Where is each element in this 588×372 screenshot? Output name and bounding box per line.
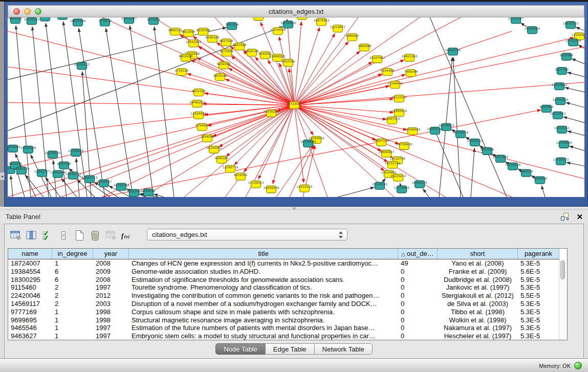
column-header-title[interactable]: title <box>129 249 398 259</box>
graph-node[interactable]: 15956459 <box>264 186 279 193</box>
table-vertical-scrollbar[interactable] <box>559 259 567 340</box>
graph-node[interactable]: 8613024 <box>252 17 266 20</box>
graph-node[interactable]: 8454749 <box>245 49 259 56</box>
graph-node[interactable]: 9242848 <box>217 62 231 69</box>
tab-edge-table[interactable]: Edge Table <box>265 343 315 355</box>
table-row[interactable]: 1938455462009Genome-wide association stu… <box>8 268 567 276</box>
graph-node[interactable]: 16210643 <box>550 112 566 119</box>
graph-node[interactable]: 12923445 <box>126 189 142 196</box>
graph-node[interactable]: 9175685 <box>220 49 234 56</box>
graph-node[interactable]: 15693251 <box>554 126 570 133</box>
column-header-year[interactable]: year <box>93 249 129 259</box>
split-divider[interactable] <box>0 207 588 210</box>
function-builder-button[interactable]: f (x) <box>121 229 133 242</box>
graph-node[interactable]: 12412416 <box>297 185 313 192</box>
column-header-short[interactable]: short <box>438 249 518 259</box>
row-height-button[interactable] <box>57 229 70 242</box>
delete-columns-button[interactable] <box>89 229 101 242</box>
graph-node[interactable]: 9397588 <box>57 162 71 169</box>
graph-node[interactable]: 2803144 <box>213 74 227 81</box>
network-graph[interactable]: 1872400798601238912954822605810543392818… <box>8 17 584 197</box>
graph-node[interactable]: 11106523 <box>248 181 264 188</box>
graph-node[interactable]: 8622058 <box>38 17 52 21</box>
graph-node[interactable]: 9546320 <box>215 156 229 163</box>
graph-node[interactable]: 7485084 <box>404 70 418 77</box>
graph-node[interactable]: 15892509 <box>20 146 36 153</box>
graph-node[interactable]: 10553287 <box>121 17 137 24</box>
show-columns-button[interactable] <box>26 229 38 242</box>
tab-node-table[interactable]: Node Table <box>215 343 266 355</box>
table-row[interactable]: 969969511998Structural magnetic resonanc… <box>8 316 567 324</box>
table-row[interactable]: 946362711997Embryonic stem cells: a mode… <box>8 332 567 340</box>
graph-node[interactable]: 21247447 <box>508 17 524 24</box>
graph-node[interactable]: 9227343 <box>555 68 569 75</box>
graph-node[interactable]: 16402131 <box>412 181 428 188</box>
graph-node[interactable]: 9322034 <box>281 59 295 67</box>
graph-node[interactable]: 16354382 <box>206 146 222 153</box>
column-header-in_degree[interactable]: in_degree <box>52 249 93 259</box>
table-selector-dropdown[interactable]: citations_edges.txt <box>147 229 347 240</box>
graph-node[interactable]: 13942757 <box>34 169 50 177</box>
graph-node[interactable]: 15888520 <box>270 54 286 61</box>
graph-node[interactable]: 17334266 <box>394 186 410 193</box>
graph-node[interactable]: 7485083 <box>345 34 359 41</box>
graph-node[interactable]: 9872166 <box>295 17 309 19</box>
graph-node[interactable]: 7739547 <box>98 19 112 26</box>
panel-collapse-handle[interactable]: ◂ <box>0 172 5 181</box>
table-row[interactable]: 1456911722003Disruption of a novel membe… <box>8 300 567 308</box>
graph-node[interactable]: 9754824 <box>195 123 209 130</box>
graph-node[interactable]: 12595779 <box>223 165 238 172</box>
graph-node[interactable]: 9827508 <box>220 39 233 46</box>
graph-node[interactable]: 12444159 <box>553 98 569 105</box>
network-canvas[interactable]: 1872400798601238912954822605810543392818… <box>8 17 584 197</box>
graph-node[interactable]: 19756928 <box>397 142 412 149</box>
graph-node[interactable]: 20206576 <box>45 151 61 158</box>
graph-node[interactable]: 9860123 <box>168 28 182 35</box>
scrollbar-thumb[interactable] <box>560 260 565 279</box>
tab-network-table[interactable]: Network Table <box>314 343 373 355</box>
graph-node[interactable]: 8215953 <box>540 105 554 113</box>
graph-node[interactable]: 18360416 <box>391 109 407 116</box>
table-row[interactable]: 2242004622012Investigating the contribut… <box>8 292 567 300</box>
graph-node[interactable]: 9405515 <box>9 17 23 24</box>
graph-node[interactable]: 15136141 <box>372 182 388 189</box>
graph-node[interactable]: 15056512 <box>467 139 483 146</box>
column-header-name[interactable]: name <box>8 249 52 259</box>
graph-node[interactable]: 9329966 <box>560 53 574 60</box>
graph-node[interactable]: 10647894 <box>70 19 86 26</box>
graph-node[interactable]: 8186328 <box>206 35 220 42</box>
graph-node[interactable]: 15497323 <box>384 117 400 124</box>
graph-node[interactable]: 8014093 <box>234 173 248 180</box>
graph-node[interactable]: 10495203 <box>189 100 205 107</box>
graph-node[interactable]: 7944874 <box>533 177 547 184</box>
graph-node[interactable]: 7957224 <box>225 23 239 30</box>
column-header-pagerank[interactable]: pagerank <box>518 249 559 259</box>
graph-node[interactable]: 12219877 <box>330 25 346 32</box>
graph-node[interactable]: 16958107 <box>96 180 112 187</box>
graph-node[interactable]: 7854049 <box>201 135 214 142</box>
graph-node[interactable]: 10421368 <box>402 54 418 61</box>
graph-node[interactable]: 10167487 <box>369 56 385 63</box>
new-column-button[interactable] <box>73 229 85 242</box>
graph-node[interactable]: 9245012 <box>142 189 156 196</box>
table-row[interactable]: 911546021997Tourette syndrome. Phenomeno… <box>8 283 567 292</box>
graph-node[interactable]: 2718120 <box>175 69 189 76</box>
graph-node[interactable]: 16122160 <box>391 95 407 102</box>
table-row[interactable]: 1830029562008Estimation of significance … <box>8 276 567 284</box>
graph-node[interactable]: 8918298 <box>179 54 193 61</box>
table-row[interactable]: 1872400712008Changes of HCN gene express… <box>8 259 567 268</box>
graph-node[interactable]: 9012546 <box>56 17 70 19</box>
select-columns-button[interactable] <box>41 229 54 242</box>
float-panel-icon[interactable] <box>560 212 569 221</box>
graph-node[interactable]: 10195220 <box>24 17 40 25</box>
close-panel-icon[interactable]: ✕ <box>576 212 583 221</box>
graph-node[interactable]: 10974393 <box>314 18 330 26</box>
graph-node[interactable]: 9154469 <box>381 69 395 76</box>
column-header-out_degree[interactable]: △out_de… <box>398 249 438 259</box>
graph-node[interactable]: 12705904 <box>556 141 572 148</box>
graph-node[interactable]: 19218856 <box>280 21 296 28</box>
graph-node[interactable]: 9831534 <box>192 89 206 96</box>
table-row[interactable]: 946554611997Estimation of the future num… <box>8 324 567 332</box>
graph-node[interactable]: 16405143 <box>427 127 443 134</box>
graph-node[interactable]: 25606501 <box>8 145 20 152</box>
